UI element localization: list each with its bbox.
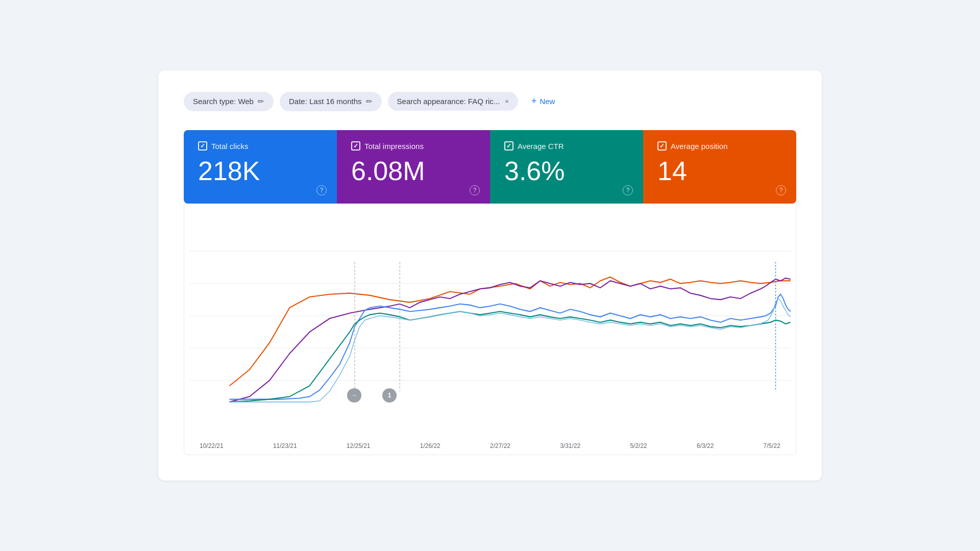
search-appearance-filter[interactable]: Search appearance: FAQ ric... × [388, 92, 518, 111]
search-type-label: Search type: Web [193, 97, 254, 106]
new-filter-button[interactable]: + New [524, 91, 562, 112]
position-line [230, 277, 791, 386]
search-type-filter[interactable]: Search type: Web ✏ [184, 92, 274, 111]
marker-number-1[interactable]: 1 [382, 388, 397, 403]
performance-chart [189, 219, 791, 413]
date-filter[interactable]: Date: Last 16 months ✏ [280, 92, 382, 111]
chart-area: → 1 10/22/21 11/23/21 12/25/21 1/26/22 2… [184, 204, 796, 455]
timeline-markers: → 1 [194, 415, 786, 433]
x-label-5: 2/27/22 [490, 442, 510, 449]
x-label-3: 12/25/21 [347, 442, 371, 449]
main-container: Search type: Web ✏ Date: Last 16 months … [158, 70, 822, 481]
clicks-checkbox[interactable] [198, 141, 207, 151]
x-label-4: 1/26/22 [420, 442, 440, 449]
marker-arrow[interactable]: → [347, 388, 361, 403]
metric-card-ctr[interactable]: Average CTR 3.6% ? [490, 130, 643, 204]
x-label-1: 10/22/21 [200, 442, 224, 449]
date-edit-icon: ✏ [366, 97, 373, 106]
position-value: 14 [657, 158, 782, 184]
metric-card-clicks[interactable]: Total clicks 218K ? [184, 130, 337, 204]
ctr-line [230, 312, 791, 402]
clicks-label: Total clicks [211, 142, 249, 151]
x-label-7: 5/2/22 [630, 442, 647, 449]
position-label: Average position [671, 142, 727, 151]
impressions-value: 6.08M [351, 158, 476, 184]
ctr-value: 3.6% [504, 158, 629, 184]
clicks-value: 218K [198, 158, 323, 184]
position-header: Average position [657, 141, 782, 151]
position-help-icon[interactable]: ? [776, 185, 786, 195]
metric-card-impressions[interactable]: Total impressions 6.08M ? [337, 130, 490, 204]
impressions-checkbox[interactable] [351, 141, 360, 151]
metric-cards: Total clicks 218K ? Total impressions 6.… [184, 130, 796, 204]
filter-bar: Search type: Web ✏ Date: Last 16 months … [184, 91, 796, 112]
impressions-header: Total impressions [351, 141, 476, 151]
impressions-label: Total impressions [364, 142, 424, 151]
x-label-9: 7/5/22 [764, 442, 780, 449]
ctr-help-icon[interactable]: ? [623, 185, 633, 195]
position-checkbox[interactable] [657, 141, 667, 151]
x-label-8: 6/3/22 [697, 442, 714, 449]
clicks-help-icon[interactable]: ? [316, 185, 327, 195]
x-axis: 10/22/21 11/23/21 12/25/21 1/26/22 2/27/… [189, 437, 791, 449]
ctr-header: Average CTR [504, 141, 629, 151]
impressions-help-icon[interactable]: ? [470, 185, 480, 195]
ctr-label: Average CTR [518, 142, 564, 151]
plus-icon: + [531, 96, 537, 107]
search-appearance-close-icon[interactable]: × [505, 97, 509, 105]
x-label-2: 11/23/21 [273, 442, 297, 449]
new-button-label: New [540, 97, 555, 106]
ctr-checkbox[interactable] [504, 141, 513, 151]
search-type-edit-icon: ✏ [258, 97, 264, 106]
clicks-line [230, 294, 791, 399]
date-label: Date: Last 16 months [289, 97, 362, 106]
metric-card-position[interactable]: Average position 14 ? [643, 130, 796, 204]
search-appearance-label: Search appearance: FAQ ric... [397, 97, 500, 106]
x-label-6: 3/31/22 [560, 442, 580, 449]
clicks-header: Total clicks [198, 141, 323, 151]
secondary-line [230, 298, 791, 402]
